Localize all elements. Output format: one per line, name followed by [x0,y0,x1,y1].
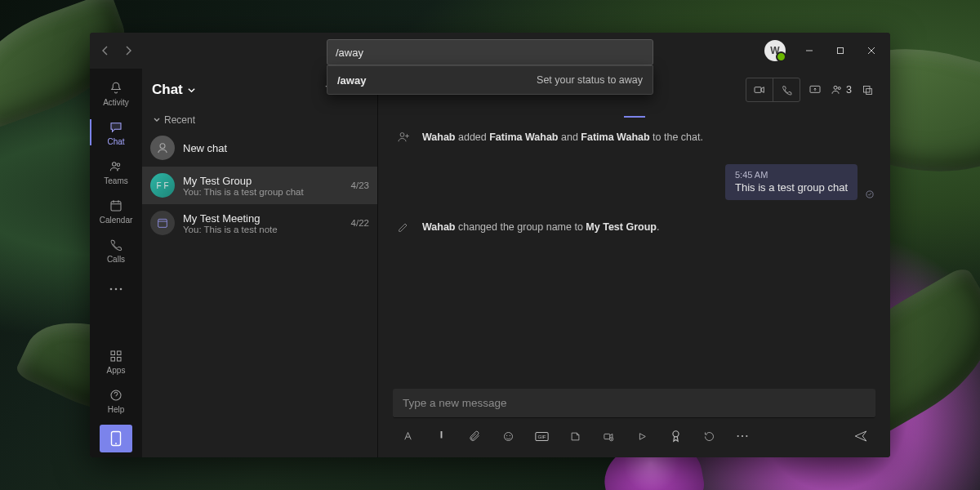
participants-button[interactable]: 3 [830,78,853,101]
popout-button[interactable] [856,78,879,101]
svg-point-4 [110,288,113,291]
titlebar: /away /away Set your status to away W [90,33,890,69]
chat-item-preview: You: This is a test group chat [183,187,343,197]
window-maximize-button[interactable] [825,38,856,63]
stream-icon [636,430,648,443]
svg-rect-3 [111,201,121,210]
svg-point-25 [506,434,507,435]
chat-icon [108,119,124,136]
chat-list-pane: Chat Recent [142,69,378,457]
gif-button[interactable]: GIF [530,425,553,448]
compose-input[interactable]: Type a new message [393,389,875,418]
participant-count: 3 [846,84,852,96]
svg-rect-0 [838,48,844,54]
chat-item-date: 4/22 [351,218,369,228]
system-message-renamed: Wahab changed the group name to My Test … [393,212,875,243]
priority-button[interactable] [430,425,452,448]
suggestion-command: /away [337,74,366,87]
rail-chat[interactable]: Chat [90,113,142,152]
popout-icon [862,84,874,96]
rail-activity[interactable]: Activity [90,74,142,113]
more-compose-button[interactable] [731,425,754,448]
svg-point-26 [509,434,510,435]
rail-label: Chat [107,137,124,146]
phone-icon [781,84,793,96]
svg-rect-15 [158,219,167,227]
rail-help[interactable]: Help [90,381,142,420]
svg-rect-21 [866,88,871,94]
svg-point-32 [737,435,739,437]
teams-window: /away /away Set your status to away W [90,33,890,457]
attach-button[interactable] [463,425,486,448]
svg-rect-8 [118,351,122,355]
rail-more[interactable] [90,270,142,309]
sticker-icon [569,430,581,443]
rail-calendar[interactable]: Calendar [90,191,142,230]
system-text: Wahab changed the group name to My Test … [422,221,659,233]
svg-rect-29 [604,434,609,439]
message-bubble[interactable]: 5:45 AM This is a test group chat [725,164,858,200]
send-button[interactable] [849,425,872,448]
gif-icon: GIF [535,431,549,442]
emoji-button[interactable] [497,425,519,448]
rail-mobile-button[interactable] [100,425,132,452]
rail-apps[interactable]: Apps [90,341,142,381]
chat-item-my-test-meeting[interactable]: My Test Meeting You: This is a test note… [142,204,377,242]
meet-button[interactable] [597,425,620,448]
send-icon [853,429,868,443]
message-row: 5:45 AM This is a test group chat [393,164,875,200]
phone-icon [108,237,124,253]
search-input[interactable]: /away [327,39,653,65]
chat-item-name: My Test Meeting [183,212,343,225]
chat-item-preview: You: This is a test note [183,225,343,234]
calendar-icon [108,198,124,214]
svg-point-33 [742,435,743,437]
read-receipt-icon [864,189,875,200]
system-text: Wahab added Fatima Wahab and Fatima Waha… [422,131,703,143]
chat-item-name: My Test Group [183,175,343,187]
praise-button[interactable] [664,425,687,448]
window-close-button[interactable] [856,38,887,63]
apps-icon [108,348,124,364]
svg-rect-9 [111,357,115,361]
message-list: Wahab added Fatima Wahab and Fatima Waha… [378,117,890,389]
svg-point-31 [672,431,678,437]
rail-label: Teams [104,176,127,185]
caret-down-icon [154,117,160,123]
format-icon [402,430,414,443]
nav-back-button[interactable] [95,40,116,61]
suggestion-away[interactable]: /away Set your status to away [327,66,653,94]
svg-point-6 [120,288,122,291]
priority-icon [436,430,447,443]
rail-teams[interactable]: Teams [90,152,142,191]
stream-button[interactable] [630,425,653,448]
emoji-icon [502,430,514,443]
attach-icon [469,430,481,443]
teams-icon [108,158,124,175]
svg-point-18 [834,86,837,89]
svg-point-14 [160,144,165,149]
svg-point-2 [117,163,119,166]
chat-item-my-test-group[interactable]: F F My Test Group You: This is a test gr… [142,167,377,204]
audio-call-button[interactable] [773,78,800,101]
section-label: Recent [164,114,195,126]
share-screen-button[interactable] [804,78,826,101]
svg-rect-16 [755,87,761,93]
approvals-button[interactable] [697,425,720,448]
chat-list-title[interactable]: Chat [152,82,196,98]
profile-avatar[interactable]: W [764,40,786,61]
message-time: 5:45 AM [735,170,848,180]
rail-calls[interactable]: Calls [90,230,142,270]
format-button[interactable] [396,425,419,448]
svg-point-13 [115,443,117,444]
message-text: This is a test group chat [735,181,848,194]
window-minimize-button[interactable] [794,38,825,63]
nav-forward-button[interactable] [118,40,139,61]
video-call-button[interactable] [746,78,773,101]
sticker-button[interactable] [564,425,586,448]
chat-item-date: 4/23 [351,180,369,190]
composer: Type a new message GIF [393,389,875,449]
share-screen-icon [808,83,822,96]
chat-item-new[interactable]: New chat [142,129,377,167]
section-recent[interactable]: Recent [142,111,377,129]
